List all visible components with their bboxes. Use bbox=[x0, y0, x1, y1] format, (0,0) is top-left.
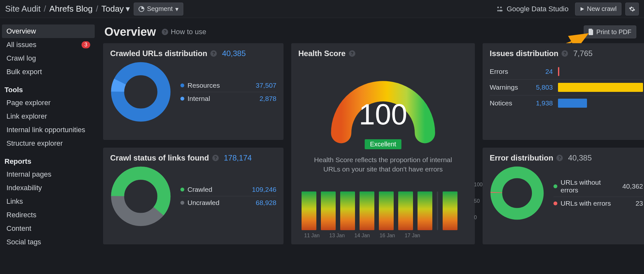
main: Overview ? How to use Print to PDF Crawl… bbox=[97, 18, 644, 274]
legend-label: URLs with errors bbox=[561, 200, 632, 207]
legend-dot bbox=[553, 201, 557, 205]
sidebar-item-label: Social tags bbox=[6, 238, 41, 246]
sidebar-item-overview[interactable]: Overview bbox=[2, 24, 95, 38]
card-title: Crawled URLs distribution bbox=[110, 49, 207, 58]
sidebar-item-label: Page explorer bbox=[6, 99, 51, 107]
help-icon[interactable]: ? bbox=[556, 155, 563, 161]
legend-value: 2,878 bbox=[259, 95, 276, 103]
card-title: Crawl status of links found bbox=[110, 153, 209, 162]
legend-row-crawled[interactable]: Crawled 109,246 bbox=[180, 183, 276, 196]
legend-row-uncrawled[interactable]: Uncrawled 68,928 bbox=[180, 196, 276, 209]
how-to-use-link[interactable]: ? How to use bbox=[162, 28, 206, 36]
donut-chart-errors bbox=[490, 166, 544, 220]
sidebar-item-internal-link-opportunities[interactable]: Internal link opportunities bbox=[2, 123, 95, 137]
issues-count-badge: 3 bbox=[82, 41, 90, 48]
sidebar-item-label: Links bbox=[6, 197, 23, 206]
help-icon[interactable]: ? bbox=[349, 50, 355, 57]
sidebar-item-link-explorer[interactable]: Link explorer bbox=[2, 110, 95, 123]
settings-button[interactable] bbox=[625, 3, 639, 15]
issue-row-warnings[interactable]: Warnings 5,803 bbox=[490, 80, 643, 95]
legend-value: 109,246 bbox=[252, 186, 276, 193]
legend-row-internal[interactable]: Internal 2,878 bbox=[180, 92, 276, 105]
sidebar-item-crawl-log[interactable]: Crawl log bbox=[2, 52, 95, 65]
issue-bar bbox=[558, 83, 643, 92]
help-icon[interactable]: ? bbox=[212, 155, 219, 161]
issue-bar bbox=[558, 67, 559, 76]
breadcrumb-sep: / bbox=[44, 4, 46, 14]
sidebar-item-indexability[interactable]: Indexability bbox=[2, 181, 95, 195]
legend-row-resources[interactable]: Resources 37,507 bbox=[180, 79, 276, 92]
legend-value: 23 bbox=[636, 200, 643, 207]
google-data-studio-link[interactable]: Google Data Studio bbox=[496, 5, 569, 13]
legend-row-urls-without-errors[interactable]: URLs without errors 40,362 bbox=[553, 176, 643, 197]
hist-date: 16 Jan bbox=[380, 233, 395, 239]
sidebar: Overview All issues 3 Crawl log Bulk exp… bbox=[0, 18, 97, 274]
svg-point-3 bbox=[497, 10, 499, 11]
legend-label: Internal bbox=[187, 95, 256, 103]
sidebar-item-label: Internal link opportunities bbox=[6, 126, 85, 134]
sidebar-item-label: Redirects bbox=[6, 211, 36, 219]
how-to-use-label: How to use bbox=[171, 28, 206, 36]
card-total: 40,385 bbox=[568, 153, 591, 162]
sidebar-item-all-issues[interactable]: All issues 3 bbox=[2, 38, 95, 52]
legend-row-urls-with-errors[interactable]: URLs with errors 23 bbox=[553, 197, 643, 210]
breadcrumb-root[interactable]: Site Audit bbox=[5, 4, 41, 14]
sidebar-item-links[interactable]: Links bbox=[2, 195, 95, 208]
gear-icon bbox=[629, 6, 635, 12]
legend-dot bbox=[180, 97, 184, 101]
page-title: Overview bbox=[104, 25, 156, 39]
issue-count: 24 bbox=[530, 68, 553, 75]
hist-date: 11 Jan bbox=[304, 233, 320, 239]
sidebar-item-label: Bulk export bbox=[6, 68, 42, 76]
breadcrumb-project[interactable]: Ahrefs Blog bbox=[49, 4, 92, 14]
sidebar-item-social-tags[interactable]: Social tags bbox=[2, 235, 95, 249]
new-crawl-button[interactable]: New crawl bbox=[575, 3, 621, 15]
breadcrumb-date-dropdown[interactable]: Today ▾ bbox=[101, 4, 130, 14]
sidebar-item-content[interactable]: Content bbox=[2, 222, 95, 235]
hist-y-label: 0 bbox=[474, 215, 483, 220]
sidebar-item-label: Content bbox=[6, 224, 31, 233]
svg-point-2 bbox=[500, 6, 502, 8]
sidebar-item-label: All issues bbox=[6, 41, 36, 49]
card-total: 7,765 bbox=[573, 49, 592, 58]
sidebar-section-reports: Reports bbox=[0, 150, 97, 168]
legend-label: Uncrawled bbox=[187, 199, 253, 207]
hist-date: 17 Jan bbox=[405, 233, 420, 239]
breadcrumb-date-label: Today bbox=[101, 4, 124, 14]
sidebar-item-internal-pages[interactable]: Internal pages bbox=[2, 168, 95, 181]
help-icon[interactable]: ? bbox=[210, 50, 217, 57]
sidebar-item-page-explorer[interactable]: Page explorer bbox=[2, 96, 95, 110]
svg-point-5 bbox=[118, 69, 164, 115]
card-total[interactable]: 40,385 bbox=[222, 49, 245, 58]
sidebar-item-bulk-export[interactable]: Bulk export bbox=[2, 65, 95, 79]
card-title: Issues distribution bbox=[490, 49, 558, 58]
sidebar-item-label: Link explorer bbox=[6, 112, 47, 121]
pie-icon bbox=[139, 6, 144, 12]
sidebar-item-redirects[interactable]: Redirects bbox=[2, 208, 95, 222]
issue-bar bbox=[558, 99, 587, 108]
print-to-pdf-button[interactable]: Print to PDF bbox=[584, 25, 636, 38]
help-icon[interactable]: ? bbox=[562, 50, 568, 57]
card-error-distribution: Error distribution ? 40,385 URLs without… bbox=[483, 148, 644, 244]
play-icon bbox=[580, 7, 584, 11]
health-history-chart: 100 50 0 bbox=[298, 182, 468, 230]
help-icon: ? bbox=[162, 29, 168, 35]
legend-label: Crawled bbox=[187, 186, 249, 193]
issue-label: Warnings bbox=[490, 83, 525, 91]
topbar: Site Audit / Ahrefs Blog / Today ▾ Segme… bbox=[0, 0, 644, 18]
card-total[interactable]: 178,174 bbox=[224, 153, 252, 162]
issue-count: 1,938 bbox=[530, 99, 553, 107]
sidebar-item-structure-explorer[interactable]: Structure explorer bbox=[2, 137, 95, 150]
segment-dropdown[interactable]: Segment ▾ bbox=[134, 3, 183, 15]
legend-label: URLs without errors bbox=[561, 179, 619, 194]
donut-chart-crawled bbox=[110, 61, 171, 122]
svg-point-1 bbox=[497, 6, 499, 8]
hist-date: 14 Jan bbox=[354, 233, 370, 239]
legend-dot bbox=[180, 201, 184, 205]
hist-y-label: 50 bbox=[474, 198, 483, 204]
legend-label: Resources bbox=[187, 82, 253, 89]
issue-row-errors[interactable]: Errors 24 bbox=[490, 64, 643, 80]
sidebar-item-label: Overview bbox=[6, 27, 36, 35]
issue-row-notices[interactable]: Notices 1,938 bbox=[490, 95, 643, 111]
legend-value: 68,928 bbox=[256, 199, 276, 207]
